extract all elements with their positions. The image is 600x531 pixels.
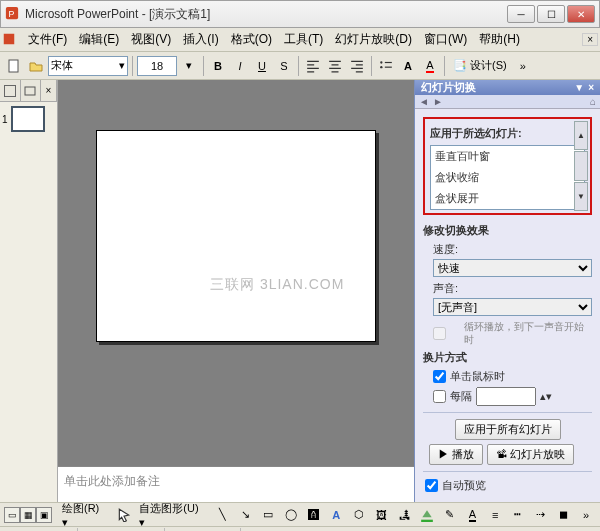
underline-button[interactable]: U bbox=[252, 56, 272, 76]
every-checkbox[interactable] bbox=[433, 390, 446, 403]
open-icon[interactable] bbox=[26, 56, 46, 76]
svg-rect-6 bbox=[25, 87, 35, 95]
auto-preview-checkbox[interactable] bbox=[425, 479, 438, 492]
sorter-view-icon[interactable]: ▦ bbox=[20, 507, 36, 523]
menu-window[interactable]: 窗口(W) bbox=[418, 29, 473, 50]
menu-file[interactable]: 文件(F) bbox=[22, 29, 73, 50]
separator bbox=[444, 56, 445, 76]
spinner-icon[interactable]: ▴▾ bbox=[540, 390, 552, 403]
apply-to-label: 应用于所选幻灯片: bbox=[430, 126, 585, 141]
nav-home-icon[interactable]: ⌂ bbox=[590, 96, 596, 107]
bold-button[interactable]: B bbox=[208, 56, 228, 76]
menu-edit[interactable]: 编辑(E) bbox=[73, 29, 125, 50]
toolbar-overflow-icon[interactable]: » bbox=[576, 505, 596, 525]
line-style-icon[interactable]: ≡ bbox=[485, 505, 505, 525]
align-left-icon[interactable] bbox=[303, 56, 323, 76]
list-item[interactable]: 盒状展开 bbox=[431, 188, 584, 209]
bullets-icon[interactable] bbox=[376, 56, 396, 76]
svg-point-4 bbox=[380, 61, 382, 63]
play-button[interactable]: ▶ 播放 bbox=[429, 444, 483, 465]
align-center-icon[interactable] bbox=[325, 56, 345, 76]
apply-all-button[interactable]: 应用于所有幻灯片 bbox=[455, 419, 561, 440]
auto-preview-label: 自动预览 bbox=[442, 478, 486, 493]
scroll-down-icon[interactable]: ▼ bbox=[574, 182, 588, 211]
menu-slideshow[interactable]: 幻灯片放映(D) bbox=[329, 29, 418, 50]
normal-view-icon[interactable]: ▭ bbox=[4, 507, 20, 523]
font-size-select[interactable] bbox=[137, 56, 177, 76]
menu-help[interactable]: 帮助(H) bbox=[473, 29, 526, 50]
slide-thumbnail-row[interactable]: 1 bbox=[0, 102, 57, 136]
menu-tools[interactable]: 工具(T) bbox=[278, 29, 329, 50]
menu-format[interactable]: 格式(O) bbox=[225, 29, 278, 50]
shadow-button[interactable]: S bbox=[274, 56, 294, 76]
diagram-icon[interactable]: ⬡ bbox=[349, 505, 369, 525]
notes-pane[interactable]: 单击此处添加备注 bbox=[58, 466, 414, 502]
clipart-icon[interactable]: 🖼 bbox=[372, 505, 392, 525]
arrow-style-icon[interactable]: ⇢ bbox=[531, 505, 551, 525]
separator bbox=[203, 56, 204, 76]
slideshow-button[interactable]: 📽 幻灯片放映 bbox=[487, 444, 574, 465]
slide-thumbnail[interactable] bbox=[11, 106, 45, 132]
new-icon[interactable] bbox=[4, 56, 24, 76]
select-arrow-icon[interactable] bbox=[114, 505, 134, 525]
svg-rect-2 bbox=[4, 33, 15, 44]
svg-point-5 bbox=[380, 66, 382, 68]
outline-tab[interactable] bbox=[0, 80, 21, 101]
pane-close-icon[interactable]: × bbox=[41, 80, 57, 101]
speed-select[interactable]: 快速 bbox=[433, 259, 592, 277]
toolbar-overflow-icon[interactable]: » bbox=[513, 56, 533, 76]
menu-view[interactable]: 视图(V) bbox=[125, 29, 177, 50]
slides-tab[interactable] bbox=[21, 80, 42, 101]
font-color-draw-icon[interactable]: A bbox=[463, 505, 483, 525]
menu-insert[interactable]: 插入(I) bbox=[177, 29, 224, 50]
nav-back-icon[interactable]: ◄ bbox=[419, 96, 429, 107]
taskpane-header: 幻灯片切换 ▼ × bbox=[415, 80, 600, 95]
slideshow-view-icon[interactable]: ▣ bbox=[36, 507, 52, 523]
maximize-button[interactable]: ☐ bbox=[537, 5, 565, 23]
close-button[interactable]: ✕ bbox=[567, 5, 595, 23]
outline-pane: × 1 bbox=[0, 80, 58, 502]
wordart-icon[interactable]: A bbox=[326, 505, 346, 525]
transition-list[interactable]: 垂直百叶窗 盒状收缩 盒状展开 bbox=[430, 145, 585, 210]
sound-select[interactable]: [无声音] bbox=[433, 298, 592, 316]
formatting-toolbar: 宋体▾ ▾ B I U S A A 📑 设计(S) » bbox=[0, 52, 600, 80]
draw-menu[interactable]: 绘图(R) ▾ bbox=[59, 499, 111, 531]
list-item[interactable]: 盒状收缩 bbox=[431, 167, 584, 188]
arrow-icon[interactable]: ↘ bbox=[235, 505, 255, 525]
line-icon[interactable]: ╲ bbox=[213, 505, 233, 525]
shadow-style-icon[interactable]: ◼ bbox=[553, 505, 573, 525]
separator bbox=[423, 471, 592, 472]
design-button[interactable]: 📑 设计(S) bbox=[449, 56, 511, 75]
dash-style-icon[interactable]: ┅ bbox=[508, 505, 528, 525]
italic-button[interactable]: I bbox=[230, 56, 250, 76]
every-time-input[interactable] bbox=[476, 387, 536, 406]
slide-canvas[interactable] bbox=[96, 130, 376, 342]
scroll-thumb[interactable] bbox=[574, 151, 588, 180]
autoshapes-menu[interactable]: 自选图形(U) ▾ bbox=[136, 499, 209, 531]
font-grow-icon[interactable]: A bbox=[398, 56, 418, 76]
every-label: 每隔 bbox=[450, 389, 472, 404]
line-color-icon[interactable]: ✎ bbox=[440, 505, 460, 525]
scroll-up-icon[interactable]: ▲ bbox=[574, 121, 588, 150]
mdi-close-button[interactable]: × bbox=[582, 33, 598, 46]
slide-editor: 单击此处添加备注 bbox=[58, 80, 414, 502]
taskpane-dropdown-icon[interactable]: ▼ bbox=[574, 82, 584, 93]
list-item[interactable]: 垂直百叶窗 bbox=[431, 146, 584, 167]
textbox-icon[interactable]: 🅰 bbox=[304, 505, 324, 525]
font-name-select[interactable]: 宋体▾ bbox=[48, 56, 128, 76]
size-dropdown-icon[interactable]: ▾ bbox=[179, 56, 199, 76]
oval-icon[interactable]: ◯ bbox=[281, 505, 301, 525]
picture-icon[interactable]: 🏞 bbox=[394, 505, 414, 525]
minimize-button[interactable]: ─ bbox=[507, 5, 535, 23]
separator bbox=[132, 56, 133, 76]
app-icon: P bbox=[5, 6, 21, 22]
on-click-checkbox[interactable] bbox=[433, 370, 446, 383]
taskpane-close-icon[interactable]: × bbox=[588, 82, 594, 93]
separator bbox=[298, 56, 299, 76]
rectangle-icon[interactable]: ▭ bbox=[258, 505, 278, 525]
align-right-icon[interactable] bbox=[347, 56, 367, 76]
font-color-icon[interactable]: A bbox=[420, 56, 440, 76]
nav-forward-icon[interactable]: ► bbox=[433, 96, 443, 107]
fill-color-icon[interactable] bbox=[417, 505, 437, 525]
svg-text:P: P bbox=[9, 9, 15, 19]
